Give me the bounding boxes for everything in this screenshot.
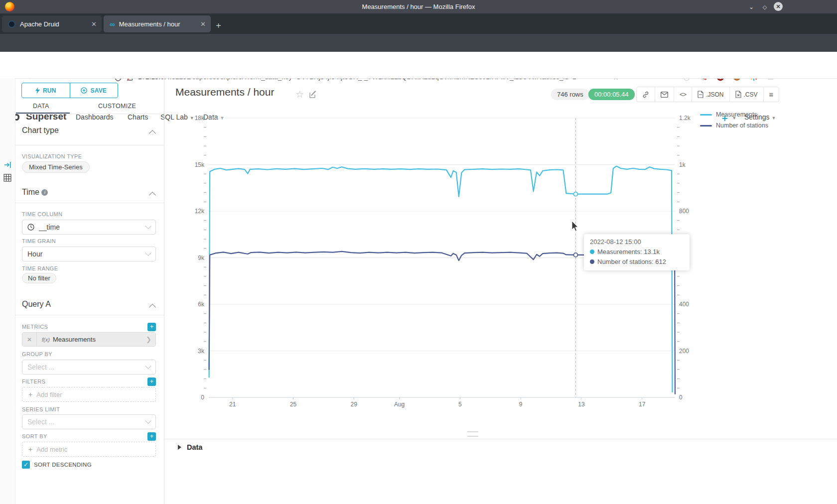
section-time[interactable]: Time i	[22, 188, 48, 197]
y-axis-right-tick: 200	[679, 348, 689, 355]
plus-icon: +	[28, 390, 32, 398]
firefox-icon	[5, 2, 14, 11]
filters-label: FILTERS	[22, 378, 45, 384]
viz-type-label: VISUALIZATION TYPE	[22, 153, 82, 159]
tooltip-value: Measurements: 13.1k	[597, 248, 660, 255]
expand-data-caret-icon[interactable]	[178, 445, 181, 450]
window-title: Measurements / hour — Mozilla Firefox	[0, 0, 837, 13]
maximize-icon[interactable]: ◇	[761, 3, 769, 11]
new-tab-icon[interactable]: ＋	[214, 19, 223, 31]
run-save-button-group: RUN SAVE	[21, 83, 118, 98]
chevron-down-icon	[145, 223, 151, 229]
series-dot-icon	[590, 259, 594, 264]
time-grain-select[interactable]: Hour	[22, 247, 156, 261]
plus-icon: +	[28, 445, 32, 453]
close-window-icon[interactable]: ✕	[774, 2, 783, 11]
browser-tab-measurements[interactable]: ∞ Measurements / hour ✕	[104, 15, 211, 32]
add-sort-metric-dropzone[interactable]: + Add metric	[22, 442, 156, 457]
favorite-star-icon[interactable]: ☆	[295, 89, 304, 100]
data-panel-title[interactable]: Data	[187, 443, 202, 451]
y-axis-left-tick: 12k	[195, 208, 205, 215]
nav-item-dashboards[interactable]: Dashboards	[76, 113, 114, 121]
time-range-pill[interactable]: No filter	[22, 273, 56, 283]
timeseries-chart[interactable]: 18k1.2k15k1k12k8009k6006k4003k2000021252…	[164, 107, 837, 423]
y-axis-right-tick: 1.2k	[679, 115, 691, 122]
tooltip-title: 2022-08-12 15:00	[590, 238, 684, 246]
more-options-button[interactable]: ≡	[763, 87, 779, 102]
tooltip-value: Number of stations: 612	[597, 258, 666, 265]
nav-item-charts[interactable]: Charts	[128, 113, 148, 121]
add-filter-dropzone[interactable]: + Add filter	[22, 387, 156, 402]
sortby-label: SORT BY	[22, 433, 47, 439]
x-axis-tick: 9	[519, 401, 523, 408]
divider	[164, 439, 837, 439]
function-icon: f(x)	[42, 337, 50, 343]
section-chart-type[interactable]: Chart type	[22, 126, 59, 135]
chevron-down-icon	[145, 417, 151, 424]
x-axis-tick: 13	[578, 401, 585, 408]
close-tab-icon[interactable]: ✕	[86, 20, 102, 28]
groupby-select[interactable]: Select ...	[22, 360, 156, 375]
copy-link-button[interactable]	[637, 87, 655, 102]
resize-handle[interactable]	[467, 431, 478, 437]
window-titlebar: Measurements / hour — Mozilla Firefox ⌄ …	[0, 0, 837, 13]
series-line-measurements[interactable]	[209, 166, 673, 392]
series-line-number-of-stations[interactable]	[209, 251, 675, 394]
save-button[interactable]: SAVE	[70, 83, 118, 98]
expand-metric-icon[interactable]: ❯	[142, 336, 155, 343]
tooltip-item: Number of stations: 612	[590, 258, 684, 265]
chart-tooltip: 2022-08-12 15:00 Measurements: 13.1kNumb…	[584, 234, 690, 270]
file-x-icon	[735, 91, 741, 98]
run-button[interactable]: RUN	[22, 83, 70, 98]
y-axis-left-tick: 18k	[195, 115, 205, 122]
add-metric-plus-button[interactable]: +	[147, 323, 156, 331]
add-sortby-plus-button[interactable]: +	[147, 432, 156, 441]
x-axis-tick: Aug	[394, 401, 405, 408]
legend-item-number-of-stations[interactable]: Number of stations	[700, 120, 768, 131]
add-filter-plus-button[interactable]: +	[147, 378, 156, 386]
chevron-up-icon[interactable]	[149, 304, 156, 311]
remove-metric-icon[interactable]: ✕	[22, 333, 37, 346]
series-limit-select[interactable]: Select ...	[22, 414, 156, 429]
section-query-a[interactable]: Query A	[22, 300, 51, 309]
sort-descending-checkbox[interactable]: ✓	[22, 461, 30, 469]
metric-chip-measurements[interactable]: ✕ f(x) Measurements ❯	[22, 332, 156, 347]
dataset-grid-icon[interactable]	[3, 174, 11, 182]
browser-tab-bar: Apache Druid ✕ ∞ Measurements / hour ✕ ＋	[0, 13, 837, 34]
highlight-marker-stations	[573, 253, 577, 257]
row-count-badge: 746 rows	[551, 89, 589, 100]
tab-customize[interactable]: CUSTOMIZE	[98, 103, 136, 110]
minimize-icon[interactable]: ⌄	[747, 3, 755, 11]
legend-label: Measurements	[716, 111, 757, 118]
y-axis-right-tick: 1k	[679, 161, 686, 168]
chevron-up-icon[interactable]	[149, 130, 156, 137]
embed-code-button[interactable]: <>	[674, 87, 692, 102]
legend-swatch	[700, 114, 712, 116]
lightning-icon	[35, 87, 40, 94]
y-axis-left-tick: 0	[201, 394, 204, 401]
chevron-up-icon[interactable]	[149, 192, 156, 199]
y-axis-left-tick: 15k	[195, 161, 205, 168]
code-icon: <>	[680, 91, 686, 98]
x-axis-tick: 5	[458, 401, 462, 408]
edit-title-icon[interactable]	[309, 91, 317, 98]
browser-toolbar: ← → ⟳ 172.18.0.4:32251/superset/explore/…	[0, 34, 837, 52]
x-axis-tick: 21	[229, 401, 236, 408]
time-column-select[interactable]: __time	[22, 220, 156, 235]
legend-label: Number of stations	[716, 122, 768, 129]
x-axis-tick: 29	[351, 401, 358, 408]
export-json-button[interactable]: .JSON	[692, 87, 729, 102]
email-button[interactable]	[655, 87, 674, 102]
export-csv-button[interactable]: .CSV	[729, 87, 763, 102]
divider	[15, 203, 164, 203]
close-tab-icon[interactable]: ✕	[195, 20, 211, 28]
divider	[15, 114, 164, 114]
x-axis-tick: 25	[290, 401, 297, 408]
expand-panel-icon[interactable]	[4, 161, 11, 168]
tooltip-item: Measurements: 13.1k	[590, 248, 684, 255]
legend-item-measurements[interactable]: Measurements	[700, 109, 768, 120]
viz-type-pill[interactable]: Mixed Time-Series	[22, 161, 90, 173]
tab-data[interactable]: DATA	[33, 103, 49, 110]
browser-tab-apache-druid[interactable]: Apache Druid ✕	[2, 15, 102, 32]
chevron-down-icon	[145, 250, 151, 256]
